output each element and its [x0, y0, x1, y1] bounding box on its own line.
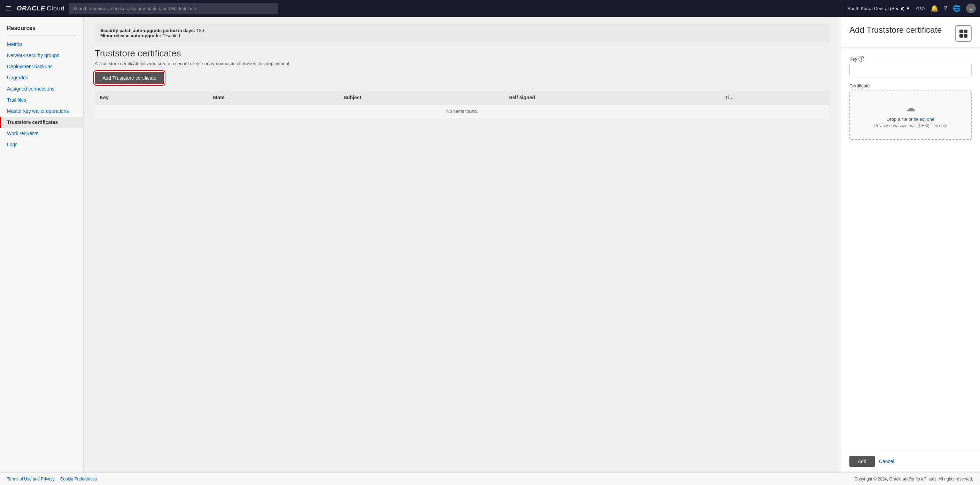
add-button[interactable]: Add — [850, 456, 875, 467]
notifications-bell-icon[interactable]: 🔔 — [931, 5, 938, 12]
global-search-input[interactable] — [69, 3, 278, 14]
avatar[interactable]: U — [966, 3, 976, 13]
region-selector[interactable]: South Korea Central (Seoul) ▼ — [848, 6, 910, 11]
terms-of-use-link[interactable]: Terms of Use and Privacy — [7, 477, 55, 482]
help-icon[interactable]: ? — [944, 5, 947, 12]
right-panel-title: Add Truststore certificate — [850, 25, 955, 35]
sidebar-item-logs[interactable]: Logs — [0, 139, 83, 150]
sidebar-item-master-key-wallet-operations[interactable]: Master key wallet operations — [0, 105, 83, 117]
sidebar-item-upgrades[interactable]: Upgrades — [0, 72, 83, 83]
table-row-empty: No items found. — [95, 104, 830, 118]
pem-note: Privacy enhanced mail (PEM) files only — [856, 123, 966, 128]
globe-icon[interactable]: 🌐 — [953, 5, 961, 12]
cancel-button[interactable]: Cancel — [879, 458, 894, 464]
right-panel-footer: Add Cancel — [841, 450, 980, 472]
col-state: State — [208, 91, 339, 104]
add-truststore-certificate-button[interactable]: Add Truststore certificate — [95, 72, 164, 84]
col-key: Key — [95, 91, 208, 104]
security-patch-line: Security patch auto-upgrade period in da… — [100, 28, 824, 33]
col-subject: Subject — [339, 91, 504, 104]
cookie-preferences-link[interactable]: Cookie Preferences — [60, 477, 97, 482]
minor-release-label: Minor release auto-upgrade: — [100, 33, 161, 38]
sidebar-item-work-requests[interactable]: Work requests — [0, 128, 83, 139]
cloud-logo-text: Cloud — [47, 5, 65, 12]
col-time: Ti... — [720, 91, 830, 104]
page-title: Truststore certificates — [95, 48, 830, 59]
main-content: Security patch auto-upgrade period in da… — [84, 17, 841, 472]
col-self-signed: Self signed — [504, 91, 721, 104]
grid-icon — [959, 30, 967, 38]
code-icon[interactable]: </> — [916, 5, 925, 12]
sidebar-divider — [7, 35, 76, 36]
key-input[interactable] — [850, 64, 972, 76]
sidebar-item-network-security-groups[interactable]: Network security groups — [0, 50, 83, 61]
certificate-form-group: Certificate ☁ Drop a file or select one … — [850, 83, 972, 140]
minor-release-line: Minor release auto-upgrade: Disabled — [100, 33, 824, 38]
footer-copyright: Copyright © 2024, Oracle and/or its affi… — [854, 477, 973, 482]
oracle-logo: ORACLE Cloud — [17, 5, 65, 12]
upload-cloud-icon: ☁ — [856, 102, 966, 114]
select-one-link[interactable]: select one — [914, 117, 934, 122]
key-label: Key i — [850, 56, 972, 62]
security-patch-value: 180 — [196, 28, 204, 33]
key-form-group: Key i — [850, 56, 972, 76]
minor-release-value: Disabled — [162, 33, 180, 38]
help-grid-icon[interactable] — [955, 25, 972, 42]
certificate-drop-zone[interactable]: ☁ Drop a file or select one Privacy enha… — [850, 91, 972, 140]
certificates-table: Key State Subject Self signed Ti... No i… — [95, 91, 830, 118]
topbar: ☰ ORACLE Cloud South Korea Central (Seou… — [0, 0, 980, 17]
security-patch-label: Security patch auto-upgrade period in da… — [100, 28, 195, 33]
table-header: Key State Subject Self signed Ti... — [95, 91, 830, 104]
footer: Terms of Use and Privacy Cookie Preferen… — [0, 472, 980, 485]
sidebar: Resources Metrics Network security group… — [0, 17, 84, 472]
deployment-info: Security patch auto-upgrade period in da… — [95, 24, 830, 43]
sidebar-title: Resources — [0, 25, 83, 34]
key-info-icon[interactable]: i — [859, 56, 864, 62]
region-label: South Korea Central (Seoul) — [848, 6, 904, 11]
right-panel: Add Truststore certificate Key i Certifi… — [841, 17, 980, 472]
certificate-label: Certificate — [850, 83, 972, 88]
region-chevron-icon: ▼ — [906, 6, 910, 11]
right-panel-header: Add Truststore certificate — [841, 17, 980, 48]
right-panel-body: Key i Certificate ☁ Drop a file or selec… — [841, 48, 980, 450]
sidebar-item-trail-files[interactable]: Trail files — [0, 94, 83, 105]
section-description: A Truststore certificate lets you create… — [95, 61, 830, 66]
sidebar-item-metrics[interactable]: Metrics — [0, 39, 83, 50]
sidebar-item-truststore-certificates[interactable]: Truststore certificates — [0, 117, 83, 128]
drop-text: Drop a file or select one — [856, 117, 966, 122]
footer-left: Terms of Use and Privacy Cookie Preferen… — [7, 477, 97, 482]
table-empty-message: No items found. — [95, 104, 830, 118]
sidebar-item-assigned-connections[interactable]: Assigned connections — [0, 83, 83, 94]
main-layout: Resources Metrics Network security group… — [0, 17, 980, 472]
topbar-right: South Korea Central (Seoul) ▼ </> 🔔 ? 🌐 … — [848, 3, 976, 13]
sidebar-item-deployment-backups[interactable]: Deployment backups — [0, 61, 83, 72]
oracle-logo-text: ORACLE — [17, 5, 45, 12]
hamburger-icon[interactable]: ☰ — [4, 3, 13, 14]
